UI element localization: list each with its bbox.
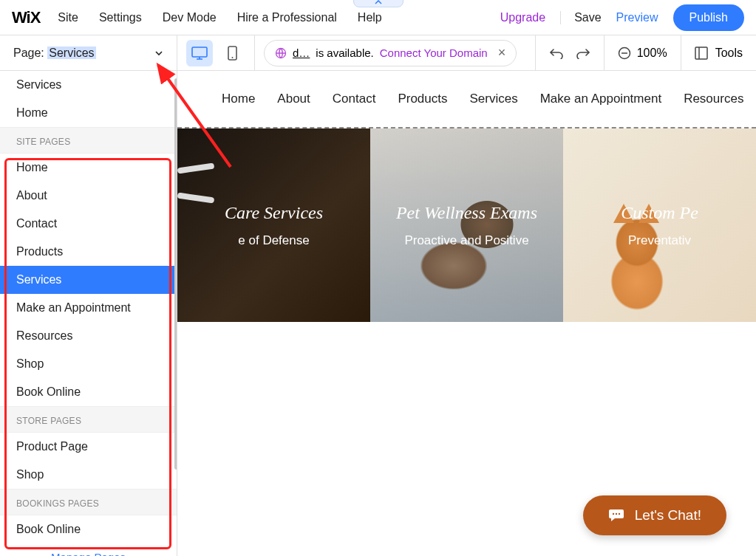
manage-pages-link[interactable]: Manage Pages	[0, 543, 177, 556]
menu-site[interactable]: Site	[58, 11, 78, 24]
card-wellness-exams[interactable]: Pet Wellness Exams Proactive and Positiv…	[370, 128, 563, 322]
page-selector[interactable]: Page: Services	[0, 35, 177, 70]
store-page-product-page[interactable]: Product Page	[0, 433, 177, 461]
menu-help[interactable]: Help	[358, 11, 382, 24]
main-menu: Site Settings Dev Mode Hire a Profession…	[58, 11, 381, 24]
tools-label: Tools	[715, 47, 743, 60]
card-subtitle: Proactive and Positive	[404, 233, 528, 248]
card-title: Care Services	[225, 203, 323, 223]
store-pages-heading: STORE PAGES	[0, 406, 177, 433]
site-canvas: Home About Contact Products Services Mak…	[177, 71, 756, 556]
close-icon[interactable]: ×	[498, 45, 506, 61]
top-right-actions: Upgrade Save Preview Publish	[500, 4, 744, 31]
tools-button[interactable]: Tools	[681, 35, 756, 70]
chat-label: Let's Chat!	[635, 507, 701, 524]
site-preview: Home About Contact Products Services Mak…	[177, 71, 756, 556]
domain-available-text: is available.	[316, 47, 373, 59]
recent-page-home[interactable]: Home	[0, 99, 177, 127]
site-page-book-online[interactable]: Book Online	[0, 378, 177, 406]
publish-button[interactable]: Publish	[673, 4, 744, 31]
device-toggle	[177, 35, 255, 70]
nav-resources[interactable]: Resources	[684, 92, 743, 106]
domain-banner: d… is available. Connect Your Domain ×	[264, 40, 517, 66]
bookings-pages-heading: BOOKINGS PAGES	[0, 489, 177, 515]
collapse-tab[interactable]	[353, 0, 403, 7]
card-title: Custom Pe	[621, 203, 698, 223]
zoom-control[interactable]: 100%	[605, 35, 681, 70]
save-link[interactable]: Save	[560, 11, 601, 24]
undo-button[interactable]	[549, 47, 564, 59]
domain-name: d…	[293, 47, 310, 59]
bookings-page-book-online[interactable]: Book Online	[0, 515, 177, 543]
chat-button[interactable]: Let's Chat!	[583, 495, 726, 535]
editor-main: Services Home SITE PAGES HomeAboutContac…	[0, 71, 756, 556]
nav-appointment[interactable]: Make an Appointment	[540, 92, 661, 106]
store-page-shop[interactable]: Shop	[0, 461, 177, 489]
site-page-home[interactable]: Home	[0, 154, 177, 182]
nav-products[interactable]: Products	[398, 92, 447, 106]
page-selector-label: Page: Services	[13, 47, 96, 60]
chevron-down-icon	[154, 49, 163, 58]
connect-domain-link[interactable]: Connect Your Domain	[380, 47, 488, 59]
zoom-value: 100%	[637, 47, 667, 60]
mobile-view-button[interactable]	[219, 40, 245, 66]
wix-logo: WiX	[12, 8, 40, 27]
nav-home[interactable]: Home	[222, 92, 255, 106]
zoom-out-icon	[618, 47, 631, 60]
site-page-services[interactable]: Services	[0, 266, 177, 294]
page-dropdown-panel: Services Home SITE PAGES HomeAboutContac…	[0, 71, 177, 556]
nav-services[interactable]: Services	[469, 92, 517, 106]
site-nav: Home About Contact Products Services Mak…	[177, 71, 756, 127]
globe-icon	[275, 47, 287, 59]
site-page-make-an-appointment[interactable]: Make an Appointment	[0, 294, 177, 322]
card-subtitle: Preventativ	[628, 233, 691, 248]
svg-point-9	[619, 513, 620, 515]
desktop-view-button[interactable]	[186, 40, 213, 66]
site-page-resources[interactable]: Resources	[0, 322, 177, 350]
undo-redo-group	[535, 35, 605, 70]
card-custom[interactable]: Custom Pe Preventativ	[563, 128, 756, 322]
nav-about[interactable]: About	[277, 92, 310, 106]
recent-page-services[interactable]: Services	[0, 71, 177, 99]
svg-rect-5	[695, 47, 707, 59]
redo-button[interactable]	[576, 47, 590, 59]
svg-point-2	[231, 57, 233, 58]
upgrade-link[interactable]: Upgrade	[500, 11, 545, 24]
menu-devmode[interactable]: Dev Mode	[163, 11, 217, 24]
preview-link[interactable]: Preview	[616, 11, 658, 24]
chat-icon	[608, 508, 624, 523]
nav-contact[interactable]: Contact	[333, 92, 376, 106]
card-care-services[interactable]: Care Services e of Defense	[177, 128, 370, 322]
site-pages-heading: SITE PAGES	[0, 127, 177, 154]
site-page-about[interactable]: About	[0, 182, 177, 210]
menu-hire[interactable]: Hire a Professional	[237, 11, 337, 24]
svg-point-8	[616, 513, 617, 515]
svg-point-7	[613, 513, 614, 515]
services-image-strip: Care Services e of Defense Pet Wellness …	[177, 127, 756, 322]
card-title: Pet Wellness Exams	[396, 203, 537, 223]
tools-icon	[695, 47, 708, 60]
site-page-products[interactable]: Products	[0, 238, 177, 266]
editor-toolbar: Page: Services d… is available. Connect …	[0, 35, 756, 71]
site-page-shop[interactable]: Shop	[0, 350, 177, 378]
menu-settings[interactable]: Settings	[99, 11, 142, 24]
card-subtitle: e of Defense	[238, 233, 309, 248]
site-page-contact[interactable]: Contact	[0, 210, 177, 238]
svg-rect-0	[192, 47, 207, 57]
